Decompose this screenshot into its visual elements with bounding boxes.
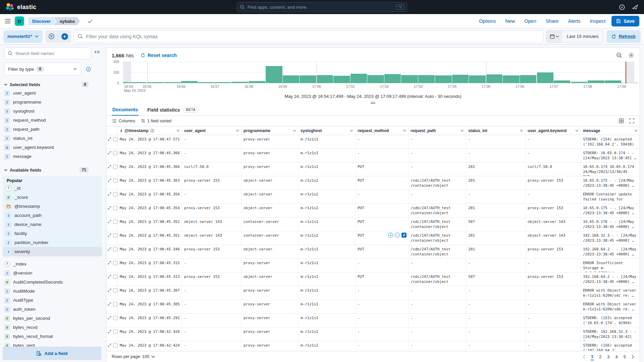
filter-by-type-select[interactable]: Filter by type 0: [4, 63, 81, 75]
cell-message[interactable]: ERROR with Object server m-r1z1s1:6200/s…: [581, 300, 640, 313]
cell-user_agent.keyword[interactable]: proxy-server 153: [526, 176, 581, 190]
time-range-display[interactable]: Last 15 minutes: [562, 31, 603, 43]
cell-sysloghost[interactable]: m-r1z1s1: [299, 286, 356, 300]
expand-document-icon[interactable]: [108, 137, 111, 141]
row-checkbox[interactable]: [113, 247, 117, 251]
cell-user_agent.keyword[interactable]: -: [526, 300, 581, 313]
histogram-bar[interactable]: [401, 75, 418, 83]
column-header-sysloghost[interactable]: sysloghost: [299, 126, 356, 135]
cell-request_method[interactable]: PUT: [356, 163, 409, 176]
column-header-user_agent[interactable]: user_agent: [182, 126, 241, 135]
cell-user_agent[interactable]: proxy-server 153: [182, 245, 241, 258]
data-view-picker[interactable]: monster01*: [3, 30, 43, 43]
column-header-message[interactable]: message: [581, 126, 640, 135]
reset-search-link[interactable]: Reset search: [141, 53, 177, 58]
field-item-status_int[interactable]: tstatus_int: [0, 134, 105, 143]
column-header-request_path[interactable]: request_path: [409, 126, 466, 135]
cell-request_path[interactable]: -: [409, 135, 466, 148]
cell-request_path[interactable]: -: [409, 190, 466, 203]
cell-sysloghost[interactable]: m-r1z1s2: [299, 204, 356, 217]
row-checkbox[interactable]: [113, 233, 117, 238]
field-item-_index[interactable]: ?_index: [0, 259, 105, 268]
cell-message[interactable]: 10.65.0.174 10.65.0.174 24/May/2023/13/3…: [581, 163, 640, 176]
cell-programname[interactable]: container-server: [241, 231, 299, 245]
cell-sysloghost[interactable]: m-r1z1s1: [299, 218, 356, 231]
cell-request_method[interactable]: -: [356, 341, 409, 351]
cell-@timestamp[interactable]: May 24, 2023 @ 17:08:45.292: [118, 314, 182, 327]
cell-sysloghost[interactable]: m-r1z1s2: [299, 327, 356, 341]
chevron-down-icon[interactable]: [293, 130, 296, 132]
cell-user_agent.keyword[interactable]: object-server 143: [526, 218, 581, 231]
histogram-bar[interactable]: [333, 76, 350, 83]
cell-request_method[interactable]: -: [356, 149, 409, 162]
cell-user_agent[interactable]: -: [182, 300, 241, 313]
cell-request_path[interactable]: -: [409, 300, 466, 313]
expand-document-icon[interactable]: [108, 192, 111, 196]
kql-input[interactable]: [86, 34, 540, 39]
save-button[interactable]: Save: [611, 16, 639, 26]
cell-request_method[interactable]: -: [356, 135, 409, 148]
expand-document-icon[interactable]: [108, 275, 111, 279]
chevron-down-icon[interactable]: [350, 130, 353, 132]
field-item-request_path[interactable]: trequest_path: [0, 125, 105, 134]
row-checkbox[interactable]: [113, 178, 117, 183]
expand-document-icon[interactable]: [108, 288, 111, 292]
histogram-bar[interactable]: [486, 74, 502, 83]
cell-message[interactable]: ERROR Container update failed (saving fo…: [581, 190, 640, 203]
column-header-request_method[interactable]: request_method: [356, 126, 409, 135]
cell-status_int[interactable]: 201: [466, 176, 526, 190]
saved-query-menu-icon[interactable]: [45, 30, 58, 43]
cell-message[interactable]: 192.168.64.2 - - [24/May /2023:13:38:45 …: [581, 245, 640, 258]
cell-@timestamp[interactable]: May 24, 2023 @ 17:08:42.426: [118, 327, 182, 341]
expand-document-icon[interactable]: [108, 329, 111, 334]
cell-request_path[interactable]: /sdc/197/AUTH_test /container/object: [409, 231, 466, 245]
cell-request_path[interactable]: -: [409, 314, 466, 327]
cell-request_path[interactable]: -: [409, 149, 466, 162]
cell-request_method[interactable]: -: [356, 314, 409, 327]
cell-message[interactable]: STDERR: (154) accepted ('192.168.64.2', …: [581, 135, 640, 148]
cell-sysloghost[interactable]: m-r1z1s1: [299, 163, 356, 176]
fullscreen-icon[interactable]: [629, 118, 634, 123]
cell-user_agent[interactable]: -: [182, 327, 241, 341]
cell-@timestamp[interactable]: May 24, 2023 @ 17:08:45.305: [118, 300, 182, 313]
cell-@timestamp[interactable]: May 24, 2023 @ 17:08:45.307: [118, 286, 182, 300]
cell-user_agent.keyword[interactable]: -: [526, 286, 581, 300]
cell-programname[interactable]: proxy-server: [241, 327, 299, 341]
field-item-bytes_recvd[interactable]: #bytes_recvd: [0, 323, 105, 332]
field-item-@timestamp[interactable]: @timestamp: [3, 202, 102, 211]
cell-status_int[interactable]: -: [466, 135, 526, 148]
cell-status_int[interactable]: -: [466, 286, 526, 300]
cell-sysloghost[interactable]: m-r1z1s1: [299, 273, 356, 286]
cell-request_path[interactable]: -: [409, 163, 466, 176]
info-icon[interactable]: [86, 67, 91, 72]
cell-sysloghost[interactable]: m-r1z1s1: [299, 259, 356, 272]
cell-message[interactable]: 10.65.0.176 - - [24/May /2023:13:38:45 +…: [581, 218, 640, 231]
row-checkbox[interactable]: [113, 343, 117, 348]
chevron-down-icon[interactable]: [575, 130, 579, 132]
cell-@timestamp[interactable]: May 24, 2023 @ 17:08:45.313: [118, 273, 182, 286]
row-checkbox[interactable]: [113, 275, 117, 279]
histogram-bar[interactable]: [554, 80, 570, 83]
cell-sysloghost[interactable]: m-r1z1s1: [299, 300, 356, 313]
cell-@timestamp[interactable]: May 24, 2023 @ 17:08:45.356: [118, 190, 182, 203]
cell-user_agent[interactable]: -: [182, 149, 241, 162]
cell-request_method[interactable]: -: [356, 327, 409, 341]
cell-message[interactable]: STDERR: 192.168.32.3 - - [24/May/2023 13…: [581, 327, 640, 341]
field-item-_id[interactable]: ?_id: [3, 184, 102, 193]
cell-user_agent[interactable]: proxy-server 153: [182, 273, 241, 286]
chevron-down-icon[interactable]: [176, 130, 180, 132]
histogram-bar[interactable]: [266, 66, 282, 83]
histogram-bar[interactable]: [605, 80, 621, 83]
chart-magnify-icon[interactable]: [616, 52, 622, 58]
cell-message[interactable]: STDERR: 10.65.0.174 - - [24/May/2023 13:…: [581, 149, 640, 162]
field-item-AuditCompletedSeconds[interactable]: #AuditCompletedSeconds: [0, 278, 105, 287]
cell-@timestamp[interactable]: May 24, 2023 @ 17:08:45.363: [118, 176, 182, 190]
guided-setup-icon[interactable]: [619, 4, 625, 10]
row-checkbox[interactable]: [113, 329, 117, 334]
refresh-button[interactable]: Refresh: [606, 30, 641, 43]
histogram-plot[interactable]: [123, 62, 634, 83]
field-item-programname[interactable]: tprogramname: [0, 98, 105, 107]
field-search[interactable]: [4, 47, 91, 59]
histogram-bar[interactable]: [418, 75, 435, 83]
cell-user_agent.keyword[interactable]: -: [526, 135, 581, 148]
